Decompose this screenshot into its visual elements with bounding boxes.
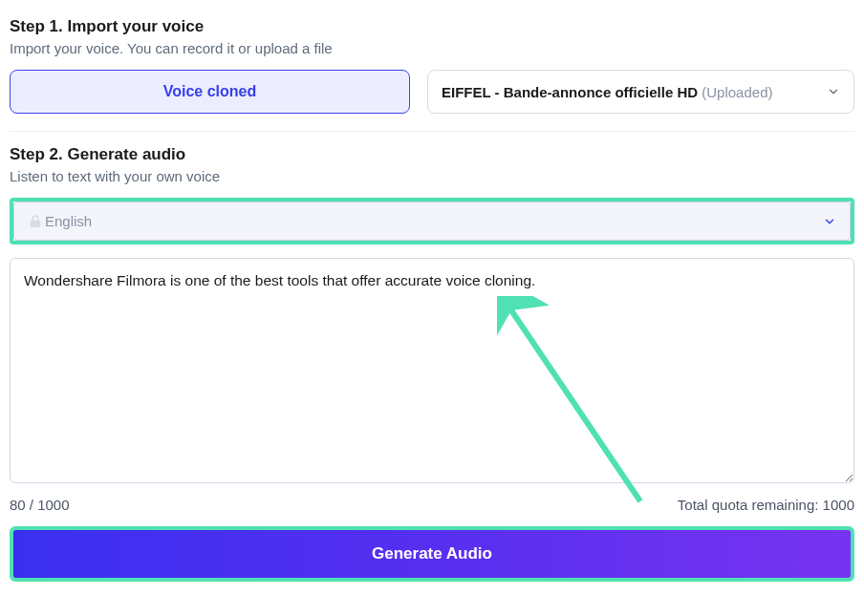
- language-select[interactable]: English: [13, 202, 851, 241]
- generate-audio-button[interactable]: Generate Audio: [13, 530, 851, 578]
- voice-cloned-button[interactable]: Voice cloned: [10, 70, 410, 114]
- quota-remaining: Total quota remaining: 1000: [678, 497, 854, 513]
- chevron-down-icon: [827, 85, 840, 98]
- step2-title: Step 2. Generate audio: [10, 145, 854, 164]
- step1-title: Step 1. Import your voice: [10, 17, 854, 36]
- uploaded-file-select[interactable]: EIFFEL - Bande-annonce officielle HD (Up…: [427, 70, 854, 114]
- tts-textarea[interactable]: [10, 258, 854, 483]
- language-value: English: [45, 213, 92, 229]
- divider: [10, 131, 854, 132]
- step1-sub: Import your voice. You can record it or …: [10, 40, 854, 56]
- char-count: 80 / 1000: [10, 497, 70, 513]
- lock-icon: [28, 214, 43, 229]
- step2-sub: Listen to text with your own voice: [10, 168, 854, 184]
- chevron-down-icon: [823, 215, 836, 228]
- uploaded-file-label: EIFFEL - Bande-annonce officielle HD (Up…: [442, 84, 772, 100]
